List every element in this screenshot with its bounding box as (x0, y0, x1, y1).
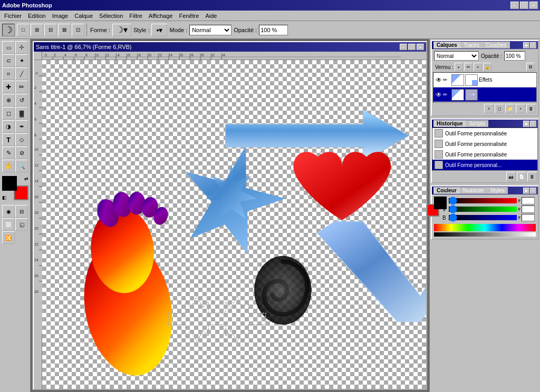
gradient-tool[interactable]: ▓ (15, 107, 28, 120)
magic-wand-tool[interactable]: ✦ (15, 54, 28, 67)
color-spectrum[interactable] (434, 224, 536, 231)
gray-spectrum[interactable] (434, 232, 536, 237)
layers-panel-expand[interactable]: ▶ (523, 42, 529, 48)
layer-visibility-eye[interactable]: 👁 (435, 76, 443, 84)
shape-add-btn[interactable]: ⊞ (31, 24, 43, 36)
canvas-maximize[interactable]: □ (408, 44, 416, 50)
history-item-4[interactable]: Outil Forme personnal... (432, 160, 537, 170)
jump-to-image-ready[interactable]: 🔀 (2, 231, 15, 244)
notes-tool[interactable]: ✎ (2, 146, 15, 159)
menu-edition[interactable]: Edition (25, 12, 49, 20)
shape-tool[interactable]: ◇ (15, 133, 28, 146)
edit-mode[interactable]: ⊟ (15, 205, 28, 218)
screen-mode-2[interactable]: ◱ (15, 218, 28, 231)
menu-affichage[interactable]: Affichage (146, 12, 176, 20)
shape-new-btn[interactable]: □ (17, 24, 30, 36)
screen-mode[interactable]: ⬜ (2, 218, 15, 231)
history-snapshot-btn[interactable]: 📷 (506, 172, 516, 181)
canvas-viewport[interactable] (42, 60, 426, 389)
history-panel-expand[interactable]: ▶ (523, 121, 529, 127)
layer-item-forme6[interactable]: 👁 ✏ →▾ (433, 87, 536, 102)
canvas-minimize[interactable]: − (400, 44, 407, 50)
opacite-field[interactable] (504, 51, 525, 61)
history-panel-close[interactable]: × (530, 121, 536, 127)
default-colors-icon[interactable]: ◧ (2, 195, 7, 200)
foreground-color-swatch[interactable] (2, 176, 17, 191)
menu-image[interactable]: Image (49, 12, 72, 20)
lock-image[interactable]: ✏ (464, 63, 472, 71)
history-brush-tool[interactable]: ↺ (15, 94, 28, 106)
layer-delete-btn[interactable]: 🗑 (526, 104, 536, 113)
b-value[interactable]: 00 (522, 214, 535, 221)
fg-color-swatch[interactable] (434, 197, 447, 209)
menu-fenetre[interactable]: Fenêtre (176, 12, 202, 20)
maximize-button[interactable]: □ (520, 2, 528, 9)
lock-all[interactable]: 🔒 (483, 63, 491, 71)
shape-subtract-btn[interactable]: ⊟ (44, 24, 57, 36)
tab-calques[interactable]: Calques (433, 42, 460, 48)
menu-fichier[interactable]: Fichier (1, 12, 25, 20)
g-slider[interactable] (449, 207, 517, 212)
menu-filtre[interactable]: Filtre (126, 12, 145, 20)
stamp-tool[interactable]: ⊕ (2, 94, 15, 106)
quick-mask-mode[interactable]: ◉ (2, 205, 15, 218)
lasso-tool[interactable]: ⊂ (2, 54, 15, 67)
eyedropper-tool[interactable]: ⊘ (15, 146, 28, 159)
heal-tool[interactable]: ✚ (2, 81, 15, 93)
hand-tool[interactable]: ✋ (2, 160, 15, 172)
lock-chain[interactable]: ⛓ (526, 63, 535, 71)
layer-item-effets[interactable]: 👁 ✏ Effets (433, 73, 536, 87)
lock-position[interactable]: + (474, 63, 482, 71)
tab-historique[interactable]: Historique (433, 120, 466, 127)
opacite-input[interactable] (259, 25, 288, 35)
layer-visibility-eye-2[interactable]: 👁 (435, 91, 443, 99)
tab-couches[interactable]: Couches (483, 42, 509, 48)
swap-colors-icon[interactable]: ⇄ (24, 176, 28, 181)
color-panel-expand[interactable]: ▶ (523, 188, 529, 194)
mode-select[interactable]: Normal (189, 25, 232, 35)
history-item-2[interactable]: Outil Forme personnalisée (432, 139, 537, 149)
menu-calque[interactable]: Calque (71, 12, 96, 20)
history-delete-btn[interactable]: 🗑 (527, 172, 537, 181)
layer-mask-btn[interactable]: ◻ (495, 104, 504, 113)
tab-scripts[interactable]: Scripts (466, 120, 488, 127)
move-tool[interactable]: ✛ (15, 41, 28, 54)
crop-tool[interactable]: ⌗ (2, 67, 15, 80)
menu-aide[interactable]: Aide (202, 12, 220, 20)
color-panel-close[interactable]: × (530, 188, 536, 194)
eraser-tool[interactable]: ◻ (2, 107, 15, 120)
layer-group-btn[interactable]: 📁 (505, 104, 515, 113)
menu-selection[interactable]: Sélection (96, 12, 126, 20)
layer-style-btn[interactable]: f (484, 104, 494, 113)
history-new-doc-btn[interactable]: 📄 (517, 172, 526, 181)
marquee-tool[interactable]: ▭ (2, 41, 15, 54)
forme-picker[interactable]: ☽▾ (112, 24, 131, 36)
close-button[interactable]: × (529, 2, 538, 9)
layers-panel-close[interactable]: × (530, 42, 536, 48)
text-tool[interactable]: T (2, 133, 15, 146)
brush-tool[interactable]: ✏ (15, 81, 28, 93)
shape-exclude-btn[interactable]: ⊡ (72, 24, 84, 36)
pen-tool[interactable]: ✒ (15, 120, 28, 133)
tab-couleur[interactable]: Couleur (433, 187, 460, 194)
canvas-close[interactable]: × (417, 44, 424, 50)
shape-intersect-btn[interactable]: ⊠ (58, 24, 71, 36)
g-value[interactable]: 00 (522, 205, 535, 213)
r-slider[interactable] (449, 198, 517, 203)
r-value[interactable]: 00 (522, 197, 535, 204)
tab-nuancier[interactable]: Nuancier (460, 187, 487, 194)
tab-traces[interactable]: Tracés (460, 42, 483, 48)
dodge-tool[interactable]: ◑ (2, 120, 15, 133)
style-picker[interactable]: ▪▾ (151, 24, 167, 36)
lock-transparent[interactable]: ▪ (455, 63, 463, 71)
minimize-button[interactable]: − (510, 2, 519, 9)
layer-new-btn[interactable]: + (516, 104, 525, 113)
layer-mode-select[interactable]: Normal (434, 51, 479, 61)
b-slider[interactable] (449, 215, 517, 220)
slice-tool[interactable]: ╱ (15, 67, 28, 80)
tab-styles[interactable]: Styles (487, 187, 508, 194)
zoom-tool[interactable]: 🔍 (15, 160, 28, 172)
shape-tool-icon[interactable]: ☽ (2, 24, 15, 36)
history-item-1[interactable]: Outil Forme personnalisée (432, 128, 537, 139)
history-item-3[interactable]: Outil Forme personnalisée (432, 149, 537, 160)
